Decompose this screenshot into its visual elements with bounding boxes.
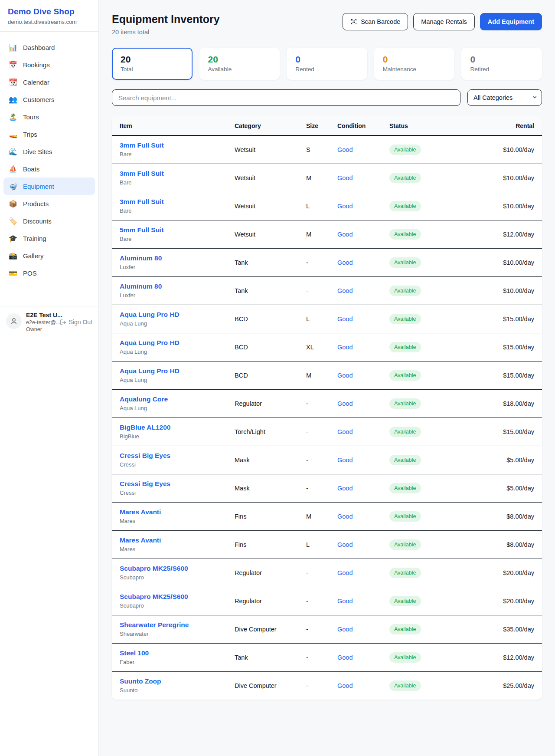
user-meta: E2E Test U... e2e-tester@... Owner (26, 312, 56, 332)
status-badge: Available (389, 314, 421, 324)
stat-card-available[interactable]: 20 Available (199, 48, 280, 80)
search-input[interactable] (112, 89, 460, 106)
status-badge: Available (389, 680, 421, 691)
item-name-link[interactable]: BigBlue AL1200 (120, 424, 170, 431)
condition-link[interactable]: Good (337, 231, 353, 238)
item-category: Fins (227, 531, 298, 559)
brand-block: Demo Dive Shop demo.test.divestreams.com (0, 0, 98, 32)
item-name-link[interactable]: Steel 100 (120, 649, 149, 657)
condition-link[interactable]: Good (337, 203, 353, 210)
item-name-link[interactable]: Mares Avanti (120, 536, 161, 544)
item-category: Regulator (227, 390, 298, 418)
item-brand: Mares (120, 518, 220, 524)
condition-link[interactable]: Good (337, 428, 353, 435)
condition-link[interactable]: Good (337, 541, 353, 548)
manage-rentals-button[interactable]: Manage Rentals (413, 13, 475, 30)
add-equipment-button[interactable]: Add Equipment (480, 13, 542, 30)
condition-link[interactable]: Good (337, 569, 353, 576)
sidebar-item-pos[interactable]: 💳 POS (3, 264, 95, 282)
status-badge: Available (389, 624, 421, 634)
stat-value: 20 (121, 54, 184, 65)
nav-icon: 🤿 (9, 182, 17, 191)
scan-barcode-button[interactable]: Scan Barcode (343, 13, 408, 30)
rental-price: $8.00/day (442, 503, 542, 531)
item-name-link[interactable]: Aqua Lung Pro HD (120, 339, 180, 347)
sidebar-item-trips[interactable]: 🚤 Trips (3, 125, 95, 143)
condition-link[interactable]: Good (337, 287, 353, 294)
condition-link[interactable]: Good (337, 174, 353, 181)
condition-link[interactable]: Good (337, 485, 353, 492)
nav-icon: 📆 (9, 78, 17, 86)
condition-link[interactable]: Good (337, 372, 353, 379)
condition-link[interactable]: Good (337, 316, 353, 322)
sidebar-item-tours[interactable]: 🏝️ Tours (3, 108, 95, 125)
nav-icon: 🚤 (9, 130, 17, 138)
sidebar-item-equipment[interactable]: 🤿 Equipment (3, 177, 95, 195)
item-size: XL (298, 333, 330, 362)
item-name-link[interactable]: Cressi Big Eyes (120, 480, 170, 488)
condition-link[interactable]: Good (337, 457, 353, 463)
sidebar-item-gallery[interactable]: 📸 Gallery (3, 247, 95, 264)
sidebar-item-bookings[interactable]: 📅 Bookings (3, 56, 95, 73)
stat-card-retired[interactable]: 0 Retired (461, 48, 542, 80)
item-name-link[interactable]: Scubapro MK25/S600 (120, 593, 188, 601)
table-row: Steel 100 Faber Tank - Good Available $1… (112, 644, 542, 672)
brand-name[interactable]: Demo Dive Shop (8, 7, 91, 16)
item-name-link[interactable]: Mares Avanti (120, 508, 161, 516)
rental-price: $10.00/day (442, 164, 542, 192)
sidebar-item-calendar[interactable]: 📆 Calendar (3, 73, 95, 91)
condition-link[interactable]: Good (337, 344, 353, 351)
item-category: Wetsuit (227, 192, 298, 220)
condition-link[interactable]: Good (337, 513, 353, 520)
condition-link[interactable]: Good (337, 146, 353, 153)
item-brand: Aqua Lung (120, 348, 220, 355)
sidebar-item-dashboard[interactable]: 📊 Dashboard (3, 39, 95, 56)
stat-card-rented[interactable]: 0 Rented (287, 48, 367, 80)
item-category: Mask (227, 446, 298, 474)
item-category: Mask (227, 474, 298, 503)
col-header-category: Category (227, 116, 298, 135)
user-role: Owner (26, 326, 56, 332)
item-name-link[interactable]: Suunto Zoop (120, 677, 161, 685)
condition-link[interactable]: Good (337, 626, 353, 633)
item-brand: Bare (120, 236, 220, 242)
item-name-link[interactable]: Aqua Lung Pro HD (120, 367, 180, 375)
condition-link[interactable]: Good (337, 682, 353, 689)
stat-card-maintenance[interactable]: 0 Maintenance (374, 48, 455, 80)
sidebar-item-dive-sites[interactable]: 🌊 Dive Sites (3, 143, 95, 160)
item-name-link[interactable]: Aluminum 80 (120, 254, 162, 262)
item-name-link[interactable]: Cressi Big Eyes (120, 452, 170, 460)
nav-icon: 🏝️ (9, 113, 17, 121)
nav-icon: 🏷️ (9, 217, 17, 225)
item-brand: Shearwater (120, 631, 220, 637)
item-name-link[interactable]: Shearwater Peregrine (120, 621, 189, 629)
sidebar-item-products[interactable]: 📦 Products (3, 195, 95, 212)
item-name-link[interactable]: Scubapro MK25/S600 (120, 565, 188, 572)
table-row: Cressi Big Eyes Cressi Mask - Good Avail… (112, 474, 542, 503)
category-select[interactable]: All Categories (467, 89, 542, 106)
brand-domain: demo.test.divestreams.com (8, 19, 91, 25)
sidebar-item-boats[interactable]: ⛵ Boats (3, 160, 95, 177)
item-name-link[interactable]: 5mm Full Suit (120, 226, 164, 234)
sidebar-item-discounts[interactable]: 🏷️ Discounts (3, 212, 95, 230)
item-name-link[interactable]: Aqua Lung Pro HD (120, 311, 180, 319)
item-name-link[interactable]: Aluminum 80 (120, 283, 162, 290)
item-name-link[interactable]: 3mm Full Suit (120, 141, 164, 149)
stat-value: 0 (383, 54, 446, 65)
item-name-link[interactable]: Aqualung Core (120, 395, 168, 403)
condition-link[interactable]: Good (337, 598, 353, 605)
item-size: L (298, 305, 330, 333)
sidebar-item-training[interactable]: 🎓 Training (3, 230, 95, 247)
stat-card-total[interactable]: 20 Total (112, 48, 193, 80)
table-row: Aqua Lung Pro HD Aqua Lung BCD L Good Av… (112, 305, 542, 333)
item-name-link[interactable]: 3mm Full Suit (120, 170, 164, 177)
item-name-link[interactable]: 3mm Full Suit (120, 198, 164, 206)
sidebar-item-customers[interactable]: 👥 Customers (3, 91, 95, 108)
condition-link[interactable]: Good (337, 654, 353, 661)
rental-price: $10.00/day (442, 249, 542, 277)
condition-link[interactable]: Good (337, 400, 353, 407)
item-category: Tank (227, 249, 298, 277)
item-category: Regulator (227, 587, 298, 615)
sign-out-button[interactable]: Sign Out (60, 319, 92, 325)
condition-link[interactable]: Good (337, 259, 353, 266)
